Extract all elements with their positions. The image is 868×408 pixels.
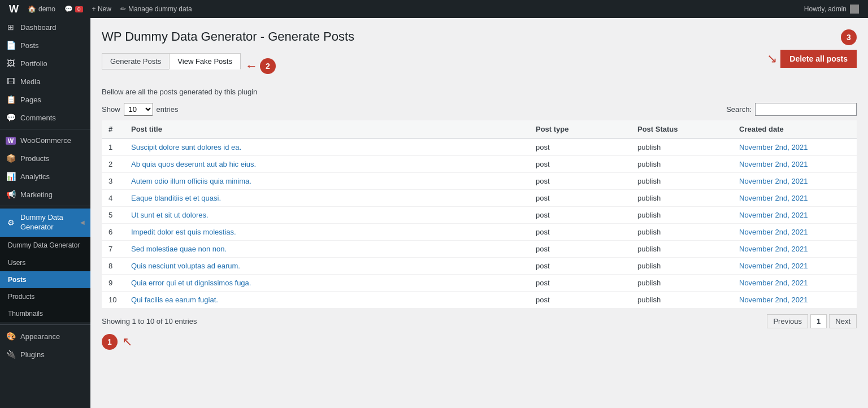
sidebar-sub-products[interactable]: Products (0, 288, 90, 305)
comments-sidebar-icon: 💬 (6, 113, 16, 122)
new-label: + New (92, 5, 111, 13)
cell-type: post (529, 138, 631, 156)
new-button[interactable]: + New (88, 0, 116, 18)
entries-select[interactable]: 10 25 50 100 (124, 103, 153, 116)
sidebar-sub-posts[interactable]: Posts (0, 271, 90, 288)
pagination-controls: Previous 1 Next (767, 314, 857, 328)
sidebar-item-label: Dummy Data Generator (20, 213, 76, 232)
cell-num: 10 (102, 292, 124, 309)
sidebar-item-media[interactable]: 🎞 Media (0, 72, 90, 90)
sidebar-item-appearance[interactable]: 🎨 Appearance (0, 327, 90, 345)
sidebar-item-portfolio[interactable]: 🖼 Portfolio (0, 54, 90, 72)
sidebar-item-comments[interactable]: 💬 Comments (0, 108, 90, 127)
showing-info: Showing 1 to 10 of 10 entries (102, 317, 197, 325)
comment-count-badge: 0 (75, 6, 83, 12)
wp-logo-icon: W (9, 3, 19, 15)
main-content: WP Dummy Data Generator - Generate Posts… (90, 18, 868, 408)
pages-icon: 📋 (6, 95, 16, 104)
cell-title[interactable]: Sed molestiae quae non non. (124, 241, 529, 258)
posts-icon: 📄 (6, 41, 16, 50)
cell-title[interactable]: Eaque blanditiis et et quasi. (124, 190, 529, 207)
sidebar: ⊞ Dashboard 📄 Posts 🖼 Portfolio 🎞 Media … (0, 18, 90, 408)
annotation-3: 3 (841, 29, 857, 45)
cell-status: publish (631, 207, 732, 224)
table-row: 10 Qui facilis ea earum fugiat. post pub… (102, 292, 857, 309)
sidebar-item-label: Plugins (20, 350, 45, 359)
cell-title[interactable]: Autem odio illum officiis quia minima. (124, 173, 529, 190)
cell-title[interactable]: Qui facilis ea earum fugiat. (124, 292, 529, 309)
manage-dummy-label: Manage dummy data (128, 5, 192, 13)
cell-title[interactable]: Quis nesciunt voluptas ad earum. (124, 258, 529, 275)
cell-status: publish (631, 292, 732, 309)
cell-status: publish (631, 173, 732, 190)
sidebar-item-label: Analytics (20, 172, 50, 181)
admin-bar: W 🏠 demo 💬 0 + New ✏ Manage dummy data H… (0, 0, 868, 18)
sidebar-sub-thumbnails[interactable]: Thumbnails (0, 305, 90, 322)
sidebar-item-marketing[interactable]: 📢 Marketing (0, 185, 90, 203)
sidebar-item-analytics[interactable]: 📊 Analytics (0, 167, 90, 185)
marketing-icon: 📢 (6, 190, 16, 199)
cell-num: 2 (102, 156, 124, 173)
sub-item-label: Users (8, 259, 25, 267)
table-description: Bellow are all the posts generated by th… (102, 88, 857, 96)
col-header-status: Post Status (631, 120, 732, 138)
cell-num: 7 (102, 241, 124, 258)
tab-generate-posts[interactable]: Generate Posts (102, 53, 169, 70)
cell-title[interactable]: Ut sunt et sit ut dolores. (124, 207, 529, 224)
next-page-button[interactable]: Next (829, 314, 857, 328)
comments-button[interactable]: 💬 0 (60, 0, 88, 18)
sidebar-item-label: Marketing (20, 190, 53, 199)
sub-item-label: Products (8, 293, 34, 301)
sidebar-item-label: Products (20, 154, 49, 163)
cell-type: post (529, 258, 631, 275)
show-label: Show (102, 105, 120, 114)
sidebar-item-plugins[interactable]: 🔌 Plugins (0, 345, 90, 363)
table-row: 6 Impedit dolor est quis molestias. post… (102, 224, 857, 241)
howdy-label: Howdy, admin (804, 5, 847, 13)
cell-num: 9 (102, 275, 124, 292)
search-input[interactable] (755, 103, 857, 116)
sidebar-item-dashboard[interactable]: ⊞ Dashboard (0, 18, 90, 36)
sidebar-item-woocommerce[interactable]: W WooCommerce (0, 132, 90, 149)
cell-status: publish (631, 241, 732, 258)
site-name-label: demo (38, 5, 55, 13)
previous-page-button[interactable]: Previous (767, 314, 808, 328)
manage-dummy-button[interactable]: ✏ Manage dummy data (116, 0, 197, 18)
sidebar-sub-users[interactable]: Users (0, 254, 90, 271)
cell-title[interactable]: Impedit dolor est quis molestias. (124, 224, 529, 241)
woocommerce-icon: W (6, 137, 16, 145)
sidebar-item-label: Dashboard (20, 23, 57, 32)
tab-view-fake-posts[interactable]: View Fake Posts (169, 53, 241, 70)
wp-logo-button[interactable]: W (5, 0, 23, 18)
comments-icon: 💬 (64, 5, 73, 13)
cell-title[interactable]: Ab quia quos deserunt aut ab hic eius. (124, 156, 529, 173)
cell-date: November 2nd, 2021 (732, 207, 857, 224)
dashboard-icon: ⊞ (6, 23, 16, 32)
delete-all-posts-button[interactable]: Delete all posts (780, 50, 857, 68)
sidebar-item-posts[interactable]: 📄 Posts (0, 36, 90, 54)
cell-type: post (529, 190, 631, 207)
sidebar-item-products[interactable]: 📦 Products (0, 149, 90, 167)
media-icon: 🎞 (6, 77, 16, 86)
current-page-button[interactable]: 1 (810, 314, 827, 328)
table-row: 8 Quis nesciunt voluptas ad earum. post … (102, 258, 857, 275)
cell-type: post (529, 241, 631, 258)
cell-date: November 2nd, 2021 (732, 173, 857, 190)
cell-status: publish (631, 258, 732, 275)
cell-title[interactable]: Suscipit dolore sunt dolores id ea. (124, 138, 529, 156)
sidebar-sub-dummy-data[interactable]: Dummy Data Generator (0, 237, 90, 255)
cell-num: 4 (102, 190, 124, 207)
sidebar-item-dummy-data[interactable]: ⚙ Dummy Data Generator ◀ (0, 209, 90, 237)
cell-title[interactable]: Quia error qui et ut dignissimos fuga. (124, 275, 529, 292)
table-row: 1 Suscipit dolore sunt dolores id ea. po… (102, 138, 857, 156)
posts-table: # Post title Post type Post Status Creat… (102, 120, 857, 309)
cell-date: November 2nd, 2021 (732, 292, 857, 309)
site-name-button[interactable]: 🏠 demo (23, 0, 60, 18)
appearance-icon: 🎨 (6, 332, 16, 341)
portfolio-icon: 🖼 (6, 59, 16, 68)
sidebar-item-pages[interactable]: 📋 Pages (0, 90, 90, 108)
cell-num: 6 (102, 224, 124, 241)
col-header-num: # (102, 120, 124, 138)
sidebar-item-label: Pages (20, 96, 41, 104)
cell-status: publish (631, 138, 732, 156)
